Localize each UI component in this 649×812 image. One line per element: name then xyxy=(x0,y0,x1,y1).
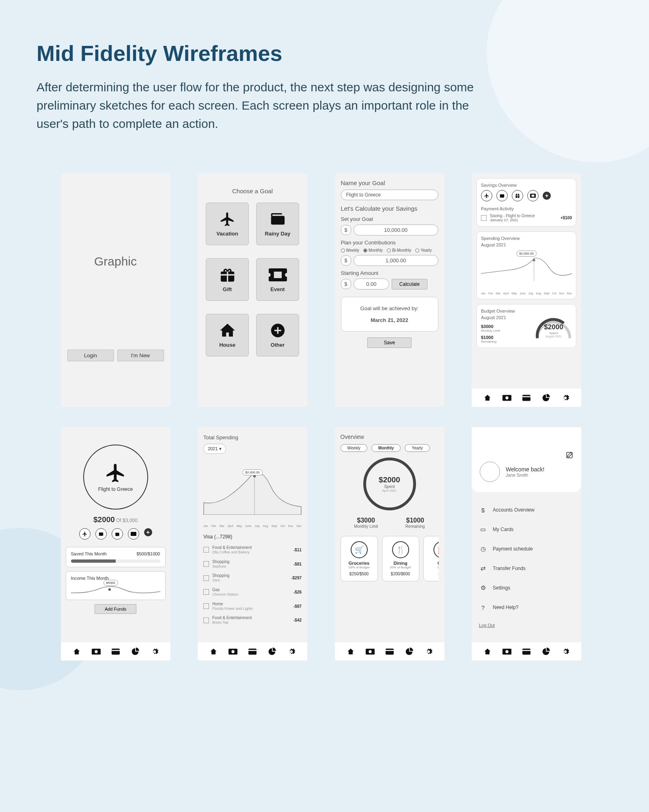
tab-chart-icon[interactable] xyxy=(541,647,550,656)
savings-icon-ticket[interactable] xyxy=(527,190,539,201)
welcome-text: Welcome back! xyxy=(506,466,544,473)
calculate-button[interactable]: Calculate xyxy=(392,279,427,289)
menu-item[interactable]: ?Need Help? xyxy=(479,598,574,617)
tx-checkbox[interactable] xyxy=(203,589,209,595)
payment-row[interactable]: Saving - Flight to Greece January 17, 20… xyxy=(481,214,572,222)
tab-home-icon[interactable] xyxy=(483,647,492,656)
contribution-input[interactable]: 1,000.00 xyxy=(354,255,438,266)
menu-item[interactable]: ▭My Cards xyxy=(479,520,574,539)
tab-card-icon[interactable] xyxy=(385,647,394,656)
add-savings-icon[interactable]: + xyxy=(543,192,551,200)
add-goal-icon[interactable]: + xyxy=(144,528,152,536)
tab-card-icon[interactable] xyxy=(522,393,531,402)
tab-cash-icon[interactable] xyxy=(229,647,237,656)
transaction-row[interactable]: GasChevron Station-$26 xyxy=(203,585,302,599)
tab-chart-icon[interactable] xyxy=(131,647,140,656)
tab-card-icon[interactable] xyxy=(522,647,531,656)
tab-cash-icon[interactable] xyxy=(502,647,511,656)
transaction-row[interactable]: ShoppingSephora-$81 xyxy=(203,557,302,571)
month-label: Oct xyxy=(280,525,285,527)
edit-icon[interactable] xyxy=(566,451,573,459)
tab-settings-icon[interactable] xyxy=(561,393,570,402)
tab-settings-icon[interactable] xyxy=(424,647,433,656)
tx-checkbox[interactable] xyxy=(203,603,209,609)
period-tab[interactable]: Yearly xyxy=(405,444,429,452)
menu-item[interactable]: ⇄Transfer Funds xyxy=(479,559,574,578)
goal-icon-gift[interactable] xyxy=(112,528,123,540)
result-label: Goal will be achieved by: xyxy=(349,305,430,311)
freq-radio[interactable]: Monthly xyxy=(363,248,383,253)
limit-label: Monthly Limit xyxy=(481,329,515,333)
payment-checkbox[interactable] xyxy=(481,215,487,221)
tab-home-icon[interactable] xyxy=(72,647,81,656)
freq-radio[interactable]: Yearly xyxy=(415,248,431,253)
tab-settings-icon[interactable] xyxy=(561,647,570,656)
month-label: April xyxy=(503,292,509,295)
overview-title: Overview xyxy=(341,434,439,440)
tab-home-icon[interactable] xyxy=(483,393,492,402)
category-card[interactable]: ⛽Gas16% o$75 xyxy=(423,536,439,581)
goal-tile-rainy-day[interactable]: Rainy Day xyxy=(256,203,299,245)
spending-month: August 2021 xyxy=(481,242,572,247)
goal-icon-ticket[interactable] xyxy=(128,528,139,540)
tab-bar xyxy=(61,642,170,661)
add-funds-button[interactable]: Add Funds xyxy=(95,604,136,614)
tab-settings-icon[interactable] xyxy=(287,647,296,656)
savings-icon-wallet[interactable] xyxy=(496,190,508,201)
month-label: Nov xyxy=(559,292,564,295)
transaction-row[interactable]: Food & EntertainmentElla Coffee and Bake… xyxy=(203,543,302,557)
goal-name: Flight to Greece xyxy=(98,486,133,492)
transaction-row[interactable]: HomeFlorida Power and Lights-$87 xyxy=(203,599,302,613)
save-button[interactable]: Save xyxy=(367,337,412,348)
goal-tile-house[interactable]: House xyxy=(206,314,249,356)
goal-icon-airplane[interactable] xyxy=(79,528,91,540)
category-card[interactable]: 🛒Groceries18% of Budget$250/$500 xyxy=(341,536,378,581)
month-label: May xyxy=(511,292,517,295)
tab-chart-icon[interactable] xyxy=(541,393,550,402)
tab-cash-icon[interactable] xyxy=(502,393,511,402)
income-month-card: Income This Month $5000 xyxy=(66,571,166,600)
tab-home-icon[interactable] xyxy=(209,647,218,656)
transaction-row[interactable]: Food & EntertainmentBrass Tap-$42 xyxy=(203,613,302,627)
screen-login: Graphic Login I'm New xyxy=(61,173,170,407)
goal-tile-gift[interactable]: Gift xyxy=(206,258,249,301)
tab-card-icon[interactable] xyxy=(111,647,120,656)
svg-point-22 xyxy=(231,650,234,653)
goal-tile-other[interactable]: Other xyxy=(256,314,299,356)
menu-item[interactable]: ◷Payment schedule xyxy=(479,539,574,559)
avatar[interactable] xyxy=(480,462,500,482)
tab-cash-icon[interactable] xyxy=(92,647,101,656)
transaction-row[interactable]: ShoppingZara-$297 xyxy=(203,571,302,585)
period-tab[interactable]: Monthly xyxy=(371,444,401,452)
tab-chart-icon[interactable] xyxy=(267,647,276,656)
dollar-sign: $ xyxy=(341,255,351,266)
menu-item[interactable]: ⚙Settings xyxy=(479,578,574,598)
tab-card-icon[interactable] xyxy=(248,647,257,656)
tab-settings-icon[interactable] xyxy=(150,647,159,656)
logout-link[interactable]: Log Out xyxy=(472,617,581,633)
goal-tile-event[interactable]: Event xyxy=(256,258,299,301)
menu-item[interactable]: $Accounts Overview xyxy=(479,500,574,520)
period-tab[interactable]: Weekly xyxy=(341,444,368,452)
tx-checkbox[interactable] xyxy=(203,561,209,567)
year-selector[interactable]: 2021 ▾ xyxy=(203,444,226,454)
tab-home-icon[interactable] xyxy=(346,647,355,656)
tab-chart-icon[interactable] xyxy=(405,647,414,656)
goal-amount-input[interactable]: 10,000.00 xyxy=(354,225,438,235)
budget-ring: $2000 Spent April 2021 xyxy=(363,458,416,510)
category-card[interactable]: 🍴Dining20% of Budget$200/$600 xyxy=(382,536,419,581)
savings-icon-airplane[interactable] xyxy=(481,190,492,201)
login-button[interactable]: Login xyxy=(67,350,114,361)
tx-checkbox[interactable] xyxy=(203,575,209,581)
goal-name-input[interactable]: Flight to Greece xyxy=(341,190,438,200)
goal-icon-wallet[interactable] xyxy=(95,528,107,540)
starting-input[interactable]: 0.00 xyxy=(354,279,389,289)
tx-checkbox[interactable] xyxy=(203,547,209,553)
savings-icon-gift[interactable] xyxy=(512,190,523,201)
tx-checkbox[interactable] xyxy=(203,618,209,623)
freq-radio[interactable]: Weekly xyxy=(341,248,360,253)
freq-radio[interactable]: Bi-Monthly xyxy=(387,248,411,253)
goal-tile-vacation[interactable]: Vacation xyxy=(206,203,249,245)
im-new-button[interactable]: I'm New xyxy=(117,350,164,361)
tab-cash-icon[interactable] xyxy=(366,647,375,656)
